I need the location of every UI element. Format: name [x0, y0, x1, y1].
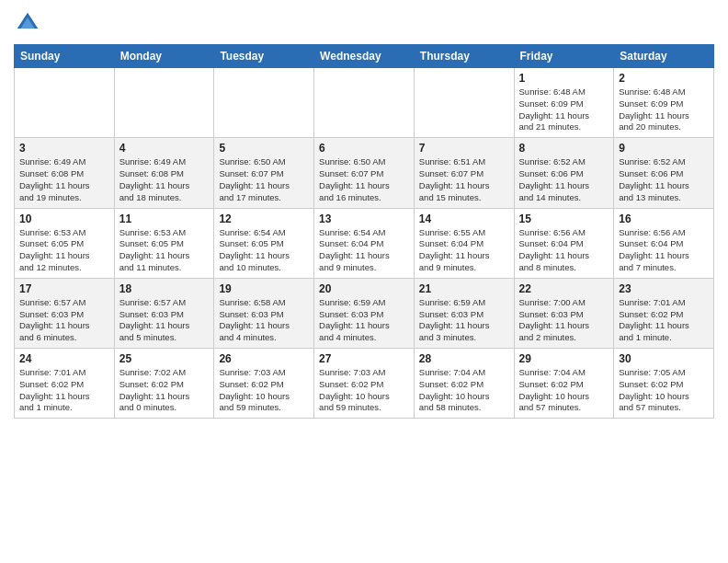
day-number: 9 — [619, 142, 709, 155]
day-info: Sunrise: 6:54 AM Sunset: 6:05 PM Dayligh… — [219, 227, 309, 274]
day-number: 20 — [319, 282, 409, 295]
col-header-thursday: Thursday — [414, 45, 514, 68]
day-number: 22 — [519, 282, 609, 295]
day-cell: 12Sunrise: 6:54 AM Sunset: 6:05 PM Dayli… — [214, 208, 314, 278]
day-number: 23 — [619, 282, 709, 295]
day-cell: 1Sunrise: 6:48 AM Sunset: 6:09 PM Daylig… — [514, 68, 614, 138]
day-cell: 20Sunrise: 6:59 AM Sunset: 6:03 PM Dayli… — [314, 278, 415, 348]
day-cell: 28Sunrise: 7:04 AM Sunset: 6:02 PM Dayli… — [414, 349, 514, 419]
day-number: 29 — [519, 352, 609, 365]
week-row-4: 17Sunrise: 6:57 AM Sunset: 6:03 PM Dayli… — [15, 278, 714, 348]
day-info: Sunrise: 6:52 AM Sunset: 6:06 PM Dayligh… — [619, 156, 709, 203]
day-info: Sunrise: 6:57 AM Sunset: 6:03 PM Dayligh… — [19, 297, 109, 344]
day-info: Sunrise: 7:00 AM Sunset: 6:03 PM Dayligh… — [519, 297, 609, 344]
day-info: Sunrise: 7:02 AM Sunset: 6:02 PM Dayligh… — [119, 367, 210, 414]
day-number: 21 — [419, 282, 509, 295]
day-number: 11 — [119, 213, 210, 225]
day-cell: 3Sunrise: 6:49 AM Sunset: 6:08 PM Daylig… — [15, 138, 115, 208]
day-number: 30 — [619, 352, 709, 365]
logo — [14, 9, 45, 37]
day-info: Sunrise: 6:54 AM Sunset: 6:04 PM Dayligh… — [319, 227, 409, 274]
day-cell — [114, 68, 214, 138]
day-info: Sunrise: 6:55 AM Sunset: 6:04 PM Dayligh… — [419, 227, 509, 274]
day-number: 7 — [419, 142, 509, 155]
day-cell: 8Sunrise: 6:52 AM Sunset: 6:06 PM Daylig… — [514, 138, 614, 208]
day-number: 26 — [219, 352, 309, 365]
day-info: Sunrise: 6:52 AM Sunset: 6:06 PM Dayligh… — [519, 156, 609, 203]
day-number: 12 — [219, 213, 309, 225]
day-cell: 25Sunrise: 7:02 AM Sunset: 6:02 PM Dayli… — [114, 349, 214, 419]
day-number: 25 — [119, 352, 210, 365]
day-number: 28 — [419, 352, 509, 365]
day-number: 14 — [419, 213, 509, 225]
day-number: 18 — [119, 282, 210, 295]
day-cell: 9Sunrise: 6:52 AM Sunset: 6:06 PM Daylig… — [614, 138, 714, 208]
day-info: Sunrise: 6:59 AM Sunset: 6:03 PM Dayligh… — [419, 297, 509, 344]
day-cell: 10Sunrise: 6:53 AM Sunset: 6:05 PM Dayli… — [15, 208, 115, 278]
day-cell: 15Sunrise: 6:56 AM Sunset: 6:04 PM Dayli… — [514, 208, 614, 278]
day-cell: 26Sunrise: 7:03 AM Sunset: 6:02 PM Dayli… — [214, 349, 314, 419]
day-number: 16 — [619, 213, 709, 225]
day-cell: 24Sunrise: 7:01 AM Sunset: 6:02 PM Dayli… — [15, 349, 115, 419]
day-info: Sunrise: 7:03 AM Sunset: 6:02 PM Dayligh… — [319, 367, 409, 414]
day-cell: 23Sunrise: 7:01 AM Sunset: 6:02 PM Dayli… — [614, 278, 714, 348]
col-header-wednesday: Wednesday — [314, 45, 415, 68]
day-number: 6 — [319, 142, 409, 155]
day-number: 1 — [519, 72, 609, 85]
day-info: Sunrise: 6:51 AM Sunset: 6:07 PM Dayligh… — [419, 156, 509, 203]
day-info: Sunrise: 7:01 AM Sunset: 6:02 PM Dayligh… — [19, 367, 109, 414]
day-cell: 11Sunrise: 6:53 AM Sunset: 6:05 PM Dayli… — [114, 208, 214, 278]
day-cell — [314, 68, 415, 138]
day-info: Sunrise: 6:58 AM Sunset: 6:03 PM Dayligh… — [219, 297, 309, 344]
day-number: 13 — [319, 213, 409, 225]
day-cell — [414, 68, 514, 138]
day-cell: 4Sunrise: 6:49 AM Sunset: 6:08 PM Daylig… — [114, 138, 214, 208]
logo-icon — [14, 9, 41, 37]
column-headers: SundayMondayTuesdayWednesdayThursdayFrid… — [15, 45, 714, 68]
day-info: Sunrise: 6:48 AM Sunset: 6:09 PM Dayligh… — [619, 86, 709, 133]
week-row-1: 1Sunrise: 6:48 AM Sunset: 6:09 PM Daylig… — [15, 68, 714, 138]
day-cell: 2Sunrise: 6:48 AM Sunset: 6:09 PM Daylig… — [614, 68, 714, 138]
day-info: Sunrise: 6:59 AM Sunset: 6:03 PM Dayligh… — [319, 297, 409, 344]
day-info: Sunrise: 6:57 AM Sunset: 6:03 PM Dayligh… — [119, 297, 210, 344]
page: SundayMondayTuesdayWednesdayThursdayFrid… — [0, 0, 728, 432]
day-number: 17 — [19, 282, 109, 295]
day-cell: 6Sunrise: 6:50 AM Sunset: 6:07 PM Daylig… — [314, 138, 415, 208]
day-cell: 7Sunrise: 6:51 AM Sunset: 6:07 PM Daylig… — [414, 138, 514, 208]
day-info: Sunrise: 6:49 AM Sunset: 6:08 PM Dayligh… — [119, 156, 210, 203]
header — [14, 9, 714, 37]
day-number: 10 — [19, 213, 109, 225]
day-info: Sunrise: 6:53 AM Sunset: 6:05 PM Dayligh… — [19, 227, 109, 274]
day-info: Sunrise: 7:01 AM Sunset: 6:02 PM Dayligh… — [619, 297, 709, 344]
day-info: Sunrise: 7:05 AM Sunset: 6:02 PM Dayligh… — [619, 367, 709, 414]
week-row-3: 10Sunrise: 6:53 AM Sunset: 6:05 PM Dayli… — [15, 208, 714, 278]
col-header-tuesday: Tuesday — [214, 45, 314, 68]
day-number: 3 — [19, 142, 109, 155]
day-number: 4 — [119, 142, 210, 155]
day-info: Sunrise: 6:49 AM Sunset: 6:08 PM Dayligh… — [19, 156, 109, 203]
day-number: 2 — [619, 72, 709, 85]
day-info: Sunrise: 7:03 AM Sunset: 6:02 PM Dayligh… — [219, 367, 309, 414]
day-info: Sunrise: 6:56 AM Sunset: 6:04 PM Dayligh… — [619, 227, 709, 274]
day-number: 24 — [19, 352, 109, 365]
day-number: 19 — [219, 282, 309, 295]
day-cell — [15, 68, 115, 138]
day-info: Sunrise: 6:48 AM Sunset: 6:09 PM Dayligh… — [519, 86, 609, 133]
day-cell: 27Sunrise: 7:03 AM Sunset: 6:02 PM Dayli… — [314, 349, 415, 419]
day-cell: 16Sunrise: 6:56 AM Sunset: 6:04 PM Dayli… — [614, 208, 714, 278]
col-header-monday: Monday — [114, 45, 214, 68]
calendar-body: 1Sunrise: 6:48 AM Sunset: 6:09 PM Daylig… — [15, 68, 714, 419]
day-info: Sunrise: 6:50 AM Sunset: 6:07 PM Dayligh… — [219, 156, 309, 203]
day-cell: 14Sunrise: 6:55 AM Sunset: 6:04 PM Dayli… — [414, 208, 514, 278]
day-number: 27 — [319, 352, 409, 365]
week-row-2: 3Sunrise: 6:49 AM Sunset: 6:08 PM Daylig… — [15, 138, 714, 208]
day-cell: 5Sunrise: 6:50 AM Sunset: 6:07 PM Daylig… — [214, 138, 314, 208]
day-info: Sunrise: 6:53 AM Sunset: 6:05 PM Dayligh… — [119, 227, 210, 274]
day-cell: 18Sunrise: 6:57 AM Sunset: 6:03 PM Dayli… — [114, 278, 214, 348]
day-cell: 21Sunrise: 6:59 AM Sunset: 6:03 PM Dayli… — [414, 278, 514, 348]
day-cell: 22Sunrise: 7:00 AM Sunset: 6:03 PM Dayli… — [514, 278, 614, 348]
day-info: Sunrise: 7:04 AM Sunset: 6:02 PM Dayligh… — [519, 367, 609, 414]
day-cell: 29Sunrise: 7:04 AM Sunset: 6:02 PM Dayli… — [514, 349, 614, 419]
day-number: 15 — [519, 213, 609, 225]
day-cell — [214, 68, 314, 138]
